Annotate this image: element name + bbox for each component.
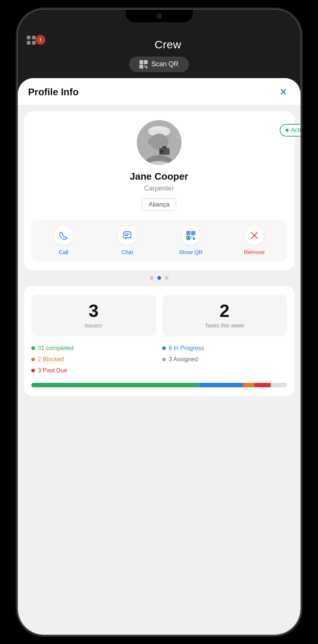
dot-3 [165, 276, 168, 280]
svg-rect-32 [193, 238, 195, 240]
progress-red [254, 383, 271, 387]
profile-info-title: Profile Info [28, 86, 79, 98]
stats-row: 3 Issues! 2 Tasks this week [31, 295, 287, 336]
svg-rect-8 [144, 67, 145, 67]
progress-blue [200, 383, 243, 387]
svg-rect-31 [192, 238, 192, 238]
svg-rect-24 [187, 232, 189, 234]
notification-badge: ! [36, 35, 45, 45]
svg-rect-26 [192, 232, 194, 234]
sheet-container: Profile Info ✕ [18, 78, 301, 635]
completed-label: 31 completed [38, 345, 74, 352]
company-tag: Aliança [142, 198, 177, 211]
svg-rect-6 [144, 65, 145, 66]
close-icon: ✕ [279, 86, 288, 98]
show-qr-icon-container [181, 226, 200, 245]
blocked-label: 2 Blocked [38, 356, 64, 363]
issues-stat-box: 3 Issues! [31, 295, 156, 336]
task-item-completed: 31 completed [31, 345, 156, 352]
app-title: Crew [45, 38, 292, 51]
dot-1 [150, 276, 154, 280]
person-role: Carpenter [144, 185, 174, 192]
grid-icon [27, 36, 36, 45]
svg-rect-9 [146, 67, 147, 68]
active-status-badge: Active [280, 124, 301, 137]
app-header: ! Crew [18, 32, 301, 78]
svg-rect-28 [187, 237, 189, 239]
notch [126, 10, 193, 22]
svg-rect-18 [162, 146, 167, 149]
profile-info-header: Profile Info ✕ [18, 78, 301, 105]
grid-dot [27, 36, 30, 39]
remove-button[interactable]: Remove [241, 226, 267, 255]
grid-dot [27, 41, 30, 45]
grid-dot [32, 36, 36, 39]
status-bar [18, 10, 301, 32]
progress-orange [243, 383, 254, 387]
tasks-label: Tasks this week [205, 322, 244, 329]
svg-rect-14 [148, 130, 170, 134]
remove-label: Remove [244, 249, 265, 255]
chat-icon-container [118, 226, 137, 245]
progress-bar [31, 383, 287, 387]
stats-section: 3 Issues! 2 Tasks this week 31 completed [24, 286, 295, 396]
call-label: Call [59, 249, 68, 255]
bullet-blocked [31, 358, 35, 361]
call-button[interactable]: Call [51, 226, 77, 255]
scan-qr-button[interactable]: Scan QR [129, 57, 189, 72]
assigned-label: 3 Assigned [169, 356, 198, 363]
task-list: 31 completed 8 In Progress 2 Blocked 3 A… [31, 345, 287, 374]
app-header-icons: ! Crew [18, 36, 301, 54]
svg-rect-7 [146, 65, 147, 66]
svg-rect-1 [141, 61, 142, 63]
progress-gray [271, 383, 287, 387]
grid-dot [32, 41, 36, 45]
person-name: Jane Cooper [130, 171, 189, 182]
call-icon-container [54, 226, 73, 245]
task-item-blocked: 2 Blocked [31, 356, 156, 363]
avatar [137, 120, 182, 165]
svg-rect-30 [193, 236, 194, 237]
page-dots [18, 270, 301, 286]
action-buttons: Call Chat [31, 220, 287, 261]
svg-rect-3 [145, 61, 147, 63]
tasks-stat-box: 2 Tasks this week [162, 295, 287, 336]
remove-icon-container [245, 226, 264, 245]
active-dot [286, 129, 289, 132]
phone-frame: ! Crew [18, 10, 301, 635]
task-item-assigned: 3 Assigned [162, 356, 287, 363]
phone-screen: ! Crew [18, 10, 301, 635]
active-label: Active [291, 127, 301, 134]
qr-icon [139, 60, 148, 68]
issues-count: 3 [89, 302, 99, 320]
pastdue-label: 3 Past Due [38, 367, 67, 374]
svg-rect-20 [123, 232, 131, 238]
show-qr-label: Show QR [179, 249, 203, 255]
bullet-inprogress [162, 346, 166, 350]
profile-card: Active Jane Cooper Carpenter Aliança [24, 111, 295, 270]
svg-rect-29 [192, 236, 192, 237]
chat-label: Chat [121, 249, 133, 255]
progress-green [31, 383, 200, 387]
bullet-completed [31, 346, 35, 350]
issues-label: Issues! [85, 322, 103, 329]
task-item-pastdue: 3 Past Due [31, 367, 156, 374]
svg-point-16 [148, 139, 151, 144]
close-button[interactable]: ✕ [277, 86, 290, 99]
bullet-assigned [162, 358, 166, 361]
bullet-pastdue [31, 369, 35, 372]
notch-camera [157, 13, 162, 19]
task-item-inprogress: 8 In Progress [162, 345, 287, 352]
svg-rect-5 [141, 66, 142, 67]
scan-qr-label: Scan QR [151, 60, 179, 68]
chat-button[interactable]: Chat [114, 226, 140, 255]
show-qr-button[interactable]: Show QR [178, 226, 204, 255]
bottom-space [18, 396, 301, 411]
dot-2 [157, 276, 161, 280]
inprogress-label: 8 In Progress [169, 345, 204, 352]
notification-icon-container[interactable]: ! [27, 36, 45, 54]
svg-point-19 [160, 150, 164, 153]
tasks-count: 2 [219, 302, 229, 320]
card-scroll-area: Active Jane Cooper Carpenter Aliança [18, 105, 301, 270]
